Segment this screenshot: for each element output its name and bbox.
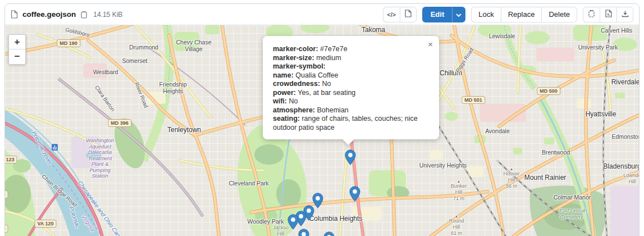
- screenshot-stage: coffee.geojson 14.15 KiB </> Edit Lock R…: [0, 0, 644, 236]
- route-shield: MD 500: [537, 87, 560, 95]
- map-road-label: Clara Barton: [94, 84, 116, 112]
- map-marker[interactable]: [287, 214, 299, 230]
- map-place-label: Bladensburg: [603, 162, 639, 170]
- edit-split-button: Edit: [422, 7, 466, 22]
- route-shield: MD 190: [57, 39, 80, 47]
- map-place-label: Westbard: [93, 69, 118, 75]
- utility-icons-group: [583, 7, 633, 22]
- map-place-label: Chillum: [440, 69, 462, 77]
- map-water-label: Potomac River: [31, 130, 53, 165]
- zoom-in-button[interactable]: +: [9, 35, 25, 49]
- map-place-label: Somerset: [122, 57, 148, 64]
- map-place-label: Cleveland Park: [229, 180, 268, 187]
- download-button[interactable]: [616, 7, 633, 22]
- edit-button[interactable]: Edit: [422, 7, 453, 22]
- popup-properties: marker-color: #7e7e7emarker-size: medium…: [273, 45, 430, 132]
- download-icon: [622, 10, 629, 19]
- popup-close-icon[interactable]: ×: [427, 39, 434, 49]
- document-icon: [405, 10, 412, 19]
- peak-icon: ▲: [449, 214, 464, 218]
- geojson-file-card: coffee.geojson 14.15 KiB </> Edit Lock R…: [4, 3, 640, 236]
- popup-property-row: marker-color: #7e7e7e: [273, 45, 430, 54]
- file-code-icon: [605, 10, 612, 19]
- map-place-label: Cemetery: [560, 214, 583, 220]
- popup-property-row: atmosphere: Bohemian: [273, 106, 430, 115]
- popup-property-row: seating: range of chairs, tables, couche…: [273, 115, 430, 132]
- popup-property-row: marker-size: medium: [273, 54, 430, 63]
- map-place-label: University Heights: [419, 162, 467, 169]
- map-place-label: Takoma: [362, 26, 385, 34]
- map-marker[interactable]: [345, 149, 356, 165]
- popup-property-row: marker-symbol:: [273, 62, 430, 71]
- zoom-out-button[interactable]: −: [9, 49, 25, 64]
- map-place-label: Brentwood: [542, 149, 570, 156]
- copy-file-icon[interactable]: [80, 11, 88, 19]
- clipboard-icon: [588, 10, 595, 19]
- map-place-label: Avondale: [485, 128, 510, 134]
- map-marker[interactable]: [323, 232, 335, 236]
- header-actions: </> Edit Lock Replace Delete: [383, 7, 633, 22]
- map-place-label: Drummond: [129, 44, 158, 51]
- popup-property-row: wifi: No: [273, 97, 430, 106]
- rendered-view-button[interactable]: [400, 7, 417, 22]
- delete-button[interactable]: Delete: [541, 7, 577, 22]
- route-shield: 5: [5, 190, 8, 198]
- map-hill-label: ▲RoundHill61 m: [449, 214, 464, 236]
- file-actions-group: Lock Replace Delete: [471, 7, 577, 22]
- map-hill-label: LowndeHill: [623, 173, 639, 185]
- map-place-label: Edmonston: [611, 133, 639, 140]
- map-marker[interactable]: [298, 229, 309, 236]
- feature-popup: × marker-color: #7e7e7emarker-size: medi…: [263, 36, 439, 139]
- map-road-label: River Road: [134, 81, 149, 108]
- popup-property-row: name: Qualia Coffee: [273, 71, 430, 80]
- map-place-label: Lewisdale: [489, 33, 515, 39]
- map-water-label: Chesapeake and Ohio Canal: [77, 180, 124, 236]
- map-place-label: University Park: [578, 44, 618, 51]
- map-hill-label: ▲HooverHill56 m: [503, 167, 519, 189]
- raw-file-button[interactable]: [600, 7, 616, 22]
- map-place-label: Village: [185, 46, 202, 52]
- map-place-label: Tenleytown: [167, 126, 201, 134]
- map-zoom-control: + −: [8, 34, 26, 65]
- popup-property-row: power: Yes, at bar seating: [273, 89, 430, 98]
- route-shield: VA 120: [34, 220, 56, 228]
- map-place-label: Columbia Heights: [309, 215, 363, 223]
- map-place-label: Colmar Manor: [554, 194, 591, 201]
- file-size: 14.15 KiB: [93, 11, 122, 19]
- map-place-label: Riverdale: [611, 78, 639, 86]
- map-place-label: Mount Rainier: [524, 174, 567, 181]
- peak-icon: ▲: [451, 179, 467, 183]
- map-marker[interactable]: [349, 186, 360, 202]
- map-place-label: Woodley Park: [247, 218, 284, 225]
- edit-menu-button[interactable]: [452, 7, 465, 22]
- map-place-label: Friendship: [159, 81, 186, 88]
- copy-contents-button[interactable]: [583, 7, 600, 22]
- file-icon: [11, 10, 18, 19]
- map-road-label: Riggs Road: [454, 47, 474, 74]
- route-shield: MD 501: [462, 96, 485, 104]
- map-place-label: Heights: [163, 88, 183, 94]
- lock-button[interactable]: Lock: [471, 7, 500, 22]
- file-name: coffee.geojson: [22, 10, 76, 19]
- code-view-button[interactable]: </>: [383, 7, 400, 22]
- map-area-label: WashingtonAqueductDalecarliaTreatmentPla…: [86, 138, 114, 179]
- route-shield: MD 396: [108, 119, 131, 127]
- map-boundary-label: Virginia: [80, 214, 96, 232]
- view-toggle-group: </>: [383, 7, 417, 22]
- map-place-label: Chevy Chase: [176, 39, 211, 46]
- map-water-label: Potomac: [68, 206, 81, 229]
- map-hill-label: ▲BunkerHill71 m: [451, 179, 467, 202]
- replace-button[interactable]: Replace: [501, 7, 542, 22]
- chevron-down-icon: [456, 10, 462, 19]
- map-road-label: Chain Bridge Road: [40, 173, 78, 208]
- peak-icon: ▲: [503, 167, 519, 171]
- map-hill-label: JacksoHill: [273, 225, 289, 236]
- map-place-label: Calvert Hills: [601, 27, 632, 34]
- popup-property-row: crowdedness: No: [273, 80, 430, 89]
- code-icon: </>: [387, 11, 396, 18]
- map-place-label: Hyattsville: [586, 110, 616, 118]
- map[interactable]: TakomaDrummondChevy ChaseVillageSomerset…: [5, 25, 639, 236]
- map-place-label: Fort Lincoln: [559, 207, 587, 214]
- file-header: coffee.geojson 14.15 KiB </> Edit Lock R…: [5, 4, 639, 25]
- map-road-label: Goldsboro: [65, 26, 90, 38]
